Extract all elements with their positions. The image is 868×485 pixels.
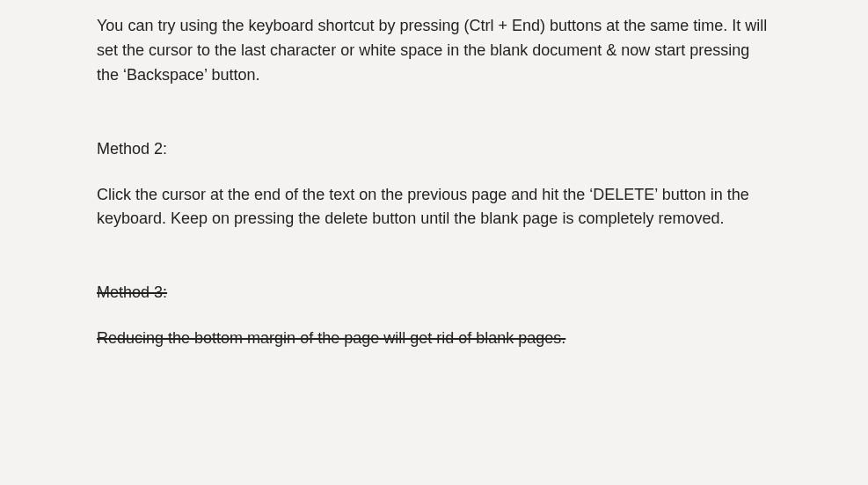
method-2-body: Click the cursor at the end of the text …	[97, 183, 771, 232]
method-2-heading: Method 2:	[97, 137, 771, 162]
article-content: You can try using the keyboard shortcut …	[0, 0, 868, 351]
intro-paragraph: You can try using the keyboard shortcut …	[97, 14, 771, 88]
method-3-body: Reducing the bottom margin of the page w…	[97, 327, 771, 351]
method-3-heading: Method 3:	[97, 281, 771, 305]
